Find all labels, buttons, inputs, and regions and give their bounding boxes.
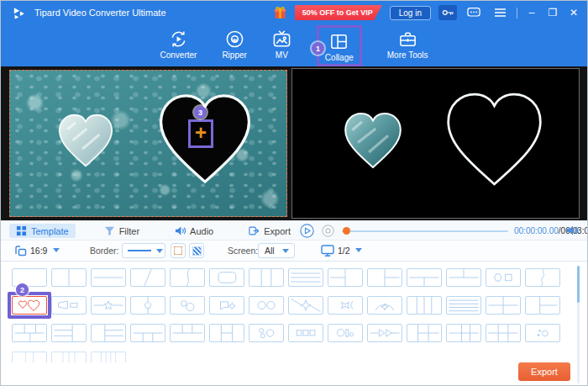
tab-ripper[interactable]: Ripper — [222, 26, 246, 60]
screen-value: All — [265, 246, 275, 256]
aspect-ratio-value[interactable]: 16:9 — [30, 246, 47, 256]
seek-handle[interactable] — [343, 227, 350, 235]
template-vsplit[interactable] — [51, 268, 87, 287]
export-button[interactable]: Export — [518, 362, 570, 381]
template-star4[interactable] — [288, 296, 323, 315]
hatch-icon — [192, 246, 202, 256]
add-file-button[interactable]: + — [188, 119, 213, 148]
template-top-col4-partial[interactable] — [91, 352, 126, 362]
preview-area: + 3 — [1, 66, 587, 220]
vip-offer-badge[interactable]: 50% OFF to Get VIP — [295, 5, 382, 20]
template-circles-duo[interactable] — [170, 296, 205, 315]
template-rows3[interactable] — [288, 268, 323, 287]
template-top-col2[interactable] — [170, 324, 205, 342]
template-top-col2-partial[interactable] — [12, 352, 47, 362]
register-key-icon[interactable] — [438, 5, 457, 20]
annotation-badge-1: 1 — [312, 42, 324, 55]
border-color-button[interactable] — [189, 243, 204, 258]
more-tools-icon — [398, 29, 417, 49]
mv-icon — [272, 29, 291, 49]
play-button[interactable] — [300, 224, 314, 238]
template-hsplit[interactable] — [91, 268, 126, 287]
border-style-dropdown[interactable] — [122, 243, 165, 258]
app-title: Tipard Video Converter Ultimate — [34, 1, 166, 24]
template-hex-square[interactable] — [486, 268, 521, 287]
template-top2-bottom2[interactable] — [12, 324, 47, 342]
border-dash-button[interactable] — [171, 243, 186, 258]
template-col-right-rows[interactable] — [525, 296, 560, 315]
screen-dropdown[interactable]: All — [258, 243, 295, 258]
tab-export[interactable]: Export — [242, 224, 297, 238]
feedback-chat-icon[interactable] — [465, 5, 483, 20]
screen-label: Screen: — [228, 246, 258, 256]
template-circles-trio[interactable] — [249, 324, 284, 342]
template-squares-trio[interactable] — [288, 324, 323, 342]
template-grid2x2-plus[interactable] — [446, 324, 481, 342]
ripper-icon — [225, 29, 244, 49]
login-button[interactable]: Log in — [390, 6, 431, 20]
template-pentagon-line[interactable] — [130, 296, 165, 315]
seek-bar[interactable] — [342, 230, 508, 232]
template-vsplit-left-h[interactable] — [328, 268, 363, 287]
template-diagonal[interactable] — [130, 268, 165, 287]
template-squiggle[interactable] — [525, 268, 560, 287]
template-dots-circle[interactable] — [525, 324, 560, 342]
scrollbar-thumb[interactable] — [577, 266, 580, 303]
template-h-layout[interactable] — [209, 324, 244, 342]
template-top-col3-partial[interactable] — [51, 352, 87, 362]
template-circles-oo[interactable] — [249, 296, 284, 315]
template-hsplit-top-v[interactable] — [446, 268, 481, 287]
heart-clip-small[interactable] — [50, 111, 121, 170]
template-circle-bar-dot[interactable] — [328, 324, 363, 342]
edit-preview-canvas[interactable]: + 3 — [9, 70, 287, 217]
menu-icon[interactable] — [491, 5, 509, 20]
page-indicator[interactable]: 1/2 — [338, 246, 350, 256]
scrollbar-track[interactable] — [577, 266, 580, 383]
collage-icon — [329, 32, 349, 51]
template-bottom-col3[interactable] — [130, 324, 165, 342]
template-row — [12, 352, 126, 362]
converter-icon — [169, 29, 188, 49]
template-rows4[interactable] — [446, 296, 481, 315]
template-hsplit-bottom-v[interactable] — [407, 268, 442, 287]
template-grid-vh-left[interactable] — [407, 324, 442, 342]
minimize-button[interactable]: – — [525, 1, 538, 24]
template-grid2x2[interactable] — [486, 296, 521, 315]
close-button[interactable]: ✕ — [567, 1, 580, 24]
aspect-ratio-icon — [14, 245, 27, 257]
snapshot-button[interactable] — [322, 225, 334, 237]
page-caret-icon[interactable] — [355, 248, 362, 252]
template-inset-round[interactable] — [209, 268, 244, 287]
template-row — [12, 324, 560, 342]
template-col4[interactable] — [407, 296, 442, 315]
aspect-caret-icon[interactable] — [53, 248, 60, 252]
gift-icon[interactable] — [273, 5, 287, 20]
template-shape-gear[interactable] — [209, 296, 244, 315]
template-left-col-right-rows[interactable] — [91, 324, 126, 342]
template-vsplit-right-h[interactable] — [367, 268, 402, 287]
tab-audio[interactable]: Audio — [168, 224, 220, 238]
plus-icon: + — [195, 124, 207, 141]
template-grid2x3[interactable] — [486, 324, 521, 342]
template-triangles-duo[interactable] — [367, 324, 402, 342]
template-single[interactable] — [12, 268, 47, 287]
template-star[interactable] — [91, 296, 126, 315]
template-trapezoids[interactable] — [51, 296, 87, 315]
heart-outline-large — [437, 87, 552, 192]
tab-filter[interactable]: Filter — [97, 224, 146, 238]
tab-mv[interactable]: MV — [272, 26, 291, 60]
template-left-rows-right-col[interactable] — [51, 324, 87, 342]
volume-icon[interactable] — [566, 225, 579, 236]
tab-more-tools[interactable]: More Tools — [387, 26, 428, 60]
tab-converter[interactable]: Converter — [160, 26, 197, 60]
template-cross-x[interactable] — [328, 296, 363, 315]
template-col3[interactable] — [249, 268, 284, 287]
border-line-swatch — [128, 250, 151, 251]
tab-template[interactable]: Template — [9, 224, 76, 238]
template-curve[interactable] — [170, 268, 205, 287]
template-hearts[interactable] — [12, 296, 47, 315]
tab-collage[interactable]: Collage — [325, 29, 354, 62]
template-arc-star[interactable] — [367, 296, 402, 315]
maximize-button[interactable]: ❐ — [546, 1, 559, 24]
current-time: 00:00:00.00 — [514, 226, 559, 235]
